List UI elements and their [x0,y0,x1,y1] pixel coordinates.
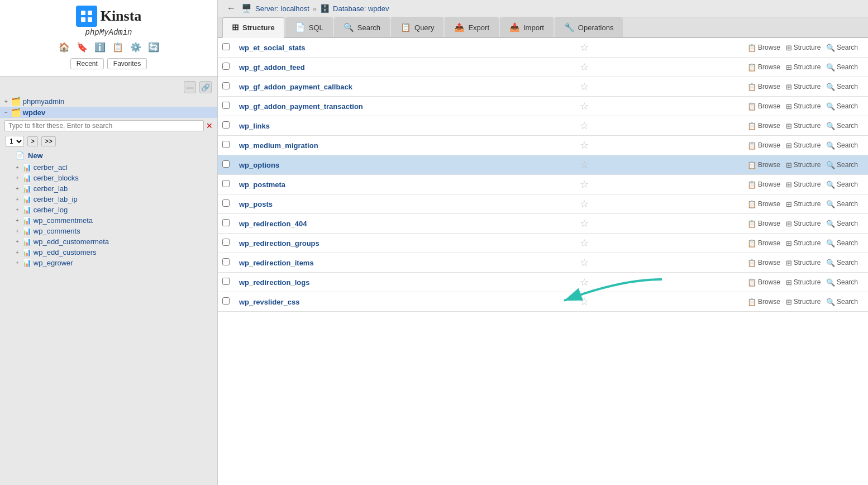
structure-action[interactable]: ⊞ Structure [786,141,821,150]
search-action[interactable]: 🔍 Search [826,200,858,208]
table-name-cell[interactable]: wp_redirection_items [235,253,575,273]
structure-action[interactable]: ⊞ Structure [786,259,821,267]
structure-action[interactable]: ⊞ Structure [786,161,821,169]
tab-search[interactable]: 🔍 Search [334,17,390,37]
sidebar-item-cerber_lab[interactable]: + 📊 cerber_lab [0,183,217,194]
bookmark-icon[interactable]: 🔖 [75,40,89,54]
row-checkbox[interactable] [222,297,230,305]
row-checkbox[interactable] [222,199,230,207]
browse-action[interactable]: 📋 Browse [747,102,780,111]
sidebar-item-wp_edd_customers[interactable]: + 📊 wp_edd_customers [0,247,217,258]
recent-button[interactable]: Recent [70,58,104,69]
structure-action[interactable]: ⊞ Structure [786,180,821,189]
browse-action[interactable]: 📋 Browse [747,298,780,306]
table-name-cell[interactable]: wp_posts [235,194,575,214]
star-icon[interactable]: ☆ [580,42,589,53]
search-action[interactable]: 🔍 Search [826,44,858,52]
search-action[interactable]: 🔍 Search [826,83,858,91]
browse-action[interactable]: 📋 Browse [747,220,780,228]
tab-import[interactable]: 📥 Import [500,17,554,37]
row-checkbox[interactable] [222,258,230,265]
browse-action[interactable]: 📋 Browse [747,83,780,91]
star-icon[interactable]: ☆ [580,81,589,92]
table-name-cell[interactable]: wp_options [235,155,575,175]
sidebar-item-wp_commentmeta[interactable]: + 📊 wp_commentmeta [0,215,217,226]
table-name-cell[interactable]: wp_gf_addon_feed [235,58,575,77]
structure-action[interactable]: ⊞ Structure [786,298,821,306]
star-icon[interactable]: ☆ [580,296,589,307]
browse-action[interactable]: 📋 Browse [747,180,780,189]
sidebar-item-cerber_blocks[interactable]: + 📊 cerber_blocks [0,173,217,183]
info-icon[interactable]: ℹ️ [93,40,107,54]
table-name-cell[interactable]: wp_redirection_groups [235,234,575,253]
structure-action[interactable]: ⊞ Structure [786,83,821,91]
structure-action[interactable]: ⊞ Structure [786,102,821,111]
favorites-button[interactable]: Favorites [107,58,147,69]
link-icon[interactable]: 🔗 [199,81,212,93]
search-action[interactable]: 🔍 Search [826,239,858,248]
row-checkbox[interactable] [222,102,230,109]
table-name-cell[interactable]: wp_medium_migration [235,136,575,155]
structure-action[interactable]: ⊞ Structure [786,122,821,130]
search-action[interactable]: 🔍 Search [826,259,858,267]
sidebar-item-cerber_log[interactable]: + 📊 cerber_log [0,205,217,215]
row-checkbox[interactable] [222,239,230,246]
star-icon[interactable]: ☆ [580,237,589,249]
collapse-all-button[interactable]: — [184,81,196,93]
star-icon[interactable]: ☆ [580,179,589,190]
search-action[interactable]: 🔍 Search [826,122,858,130]
table-name-cell[interactable]: wp_links [235,116,575,136]
sidebar-item-wp_comments[interactable]: + 📊 wp_comments [0,226,217,236]
table-name-cell[interactable]: wp_revslider_css [235,292,575,312]
browse-action[interactable]: 📋 Browse [747,200,780,208]
browse-action[interactable]: 📋 Browse [747,278,780,287]
table-name-cell[interactable]: wp_gf_addon_payment_callback [235,77,575,97]
star-icon[interactable]: ☆ [580,257,589,268]
browse-action[interactable]: 📋 Browse [747,259,780,267]
star-icon[interactable]: ☆ [580,140,589,151]
star-icon[interactable]: ☆ [580,120,589,131]
search-action[interactable]: 🔍 Search [826,220,858,228]
table-name-cell[interactable]: wp_redirection_404 [235,214,575,234]
sidebar-item-wp_egrower[interactable]: + 📊 wp_egrower [0,258,217,268]
sidebar-item-cerber_lab_ip[interactable]: + 📊 cerber_lab_ip [0,194,217,205]
sidebar-item-cerber_acl[interactable]: + 📊 cerber_acl [0,162,217,173]
search-action[interactable]: 🔍 Search [826,161,858,169]
row-checkbox[interactable] [222,63,230,70]
page-next-button[interactable]: > [27,136,38,146]
structure-action[interactable]: ⊞ Structure [786,200,821,208]
page-select[interactable]: 1 [6,136,24,147]
search-action[interactable]: 🔍 Search [826,63,858,72]
copy-icon[interactable]: 📋 [111,40,125,54]
star-icon[interactable]: ☆ [580,61,589,73]
browse-action[interactable]: 📋 Browse [747,161,780,169]
search-action[interactable]: 🔍 Search [826,278,858,287]
row-checkbox[interactable] [222,141,230,148]
search-action[interactable]: 🔍 Search [826,141,858,150]
page-end-button[interactable]: >> [41,136,56,146]
db-item-phpmyadmin[interactable]: + 🗂️ phpmyadmin [0,96,217,107]
star-icon[interactable]: ☆ [580,277,589,288]
star-icon[interactable]: ☆ [580,218,589,229]
browse-action[interactable]: 📋 Browse [747,63,780,72]
browse-action[interactable]: 📋 Browse [747,122,780,130]
table-name-cell[interactable]: wp_et_social_stats [235,38,575,58]
filter-input[interactable] [4,120,204,131]
tab-export[interactable]: 📤 Export [445,17,499,37]
new-table-button[interactable]: 📄 New [0,149,217,162]
row-checkbox[interactable] [222,160,230,168]
search-action[interactable]: 🔍 Search [826,102,858,111]
db-item-wpdev[interactable]: − 🗂️ wpdev [0,107,217,118]
refresh-icon[interactable]: 🔄 [147,40,160,54]
tab-query[interactable]: 📋 Query [391,17,443,37]
star-icon[interactable]: ☆ [580,101,589,112]
browse-action[interactable]: 📋 Browse [747,141,780,150]
row-checkbox[interactable] [222,43,230,50]
filter-clear-button[interactable]: ✕ [206,121,213,130]
structure-action[interactable]: ⊞ Structure [786,44,821,52]
search-action[interactable]: 🔍 Search [826,298,858,306]
star-icon[interactable]: ☆ [580,159,589,170]
home-icon[interactable]: 🏠 [58,40,71,54]
settings-icon[interactable]: ⚙️ [129,40,142,54]
browse-action[interactable]: 📋 Browse [747,44,780,52]
